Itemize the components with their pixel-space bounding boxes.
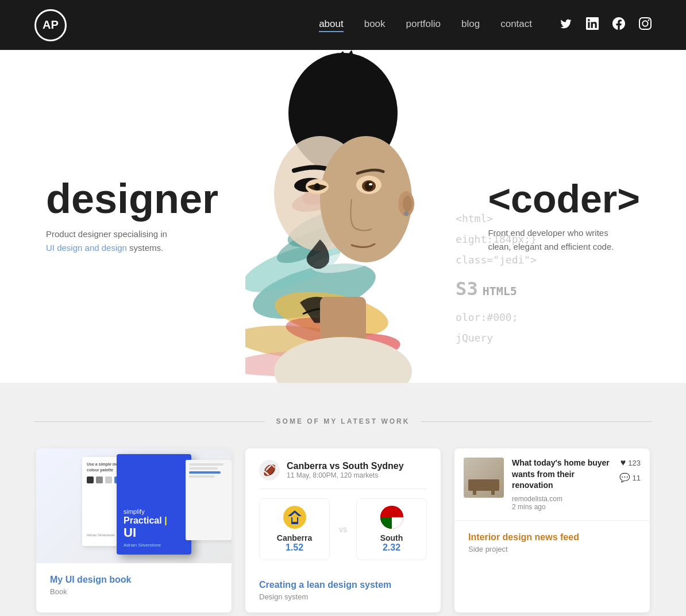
team1-score: 1.52 [271,543,318,553]
likes-count: 123 [628,459,641,467]
book-card-image: Use a simple mono colour palette Adrian … [36,448,232,563]
logo[interactable]: AP [34,9,67,41]
news-time: 2 mins ago [512,503,611,511]
facebook-icon[interactable] [612,17,625,33]
team-canberra-card[interactable]: Canberra 1.52 [259,498,330,560]
sports-card-body: Creating a lean design system Design sys… [245,572,441,613]
section-title-container: SOME OF MY LATEST WORK [34,417,652,425]
cards-row: Use a simple mono colour palette Adrian … [34,448,652,613]
hero-left: designer Product designer specialising i… [46,178,218,255]
linkedin-icon[interactable] [586,17,599,33]
news-stats: ♥ 123 💬 11 [619,458,641,483]
social-icons [560,17,652,33]
news-card-body: Interior design news feed Side project [454,521,650,565]
main-nav: about book portfolio blog contact [319,18,532,32]
hero-section: designer Product designer specialising i… [0,50,686,383]
news-thumbnail [464,458,504,498]
sports-card-subtitle: Design system [259,592,427,601]
team-south-card[interactable]: South 2.32 [356,498,427,560]
nav-portfolio[interactable]: portfolio [406,18,441,32]
designer-desc: Product designer specialising in UI desi… [46,227,172,255]
team1-name: Canberra [271,533,318,543]
match-title: Canberra vs South Sydney [287,461,404,471]
hero-center-image [245,50,441,383]
section-title: SOME OF MY LATEST WORK [276,417,410,425]
designer-title: designer [46,178,218,219]
comment-icon: 💬 [619,472,630,483]
svg-point-21 [365,181,373,191]
nav-book[interactable]: book [364,18,386,32]
vs-divider: vs [339,525,347,534]
news-title: What today's home buyer wants from their… [512,458,611,491]
news-source: remodelista.com [512,495,611,503]
news-card-subtitle: Side project [468,545,636,553]
nav-blog[interactable]: blog [461,18,480,32]
book-card-subtitle: Book [50,587,218,596]
sports-card-title: Creating a lean design system [259,580,427,590]
work-section: SOME OF MY LATEST WORK Use a simple mono… [0,383,686,616]
svg-point-22 [369,183,372,185]
match-info: 11 May, 8:00PM, 120 markets [287,471,404,479]
book-card-body: My UI design book Book [36,563,232,607]
card-sports[interactable]: 🏈 Canberra vs South Sydney 11 May, 8:00P… [245,448,441,613]
team2-name: South [368,533,415,543]
heart-icon: ♥ [621,458,626,468]
hero-right: <coder> Front end developer who writes c… [488,179,640,254]
team2-score: 2.32 [368,543,415,553]
news-card-title: Interior design news feed [468,532,636,543]
instagram-icon[interactable] [639,17,652,33]
sports-teams: Canberra 1.52 vs [259,498,427,560]
sports-card-content: 🏈 Canberra vs South Sydney 11 May, 8:00P… [245,448,441,572]
sports-header: 🏈 Canberra vs South Sydney 11 May, 8:00P… [259,460,427,489]
nav-contact[interactable]: contact [500,18,532,32]
comments-count: 11 [633,474,641,482]
svg-point-29 [314,183,320,190]
news-item: What today's home buyer wants from their… [454,448,650,521]
twitter-icon[interactable] [560,17,572,33]
svg-point-25 [404,211,408,216]
coder-desc: Front end developer who writes clean, el… [488,226,626,254]
nav-about[interactable]: about [319,18,344,32]
coder-title: <coder> [488,179,640,218]
sports-icon: 🏈 [259,460,280,481]
svg-point-24 [403,196,412,212]
svg-point-18 [320,136,412,262]
news-comments: 💬 11 [619,472,641,483]
news-content: What today's home buyer wants from their… [512,458,611,511]
book-card-title: My UI design book [50,575,218,585]
card-book[interactable]: Use a simple mono colour palette Adrian … [36,448,232,613]
news-card-content: What today's home buyer wants from their… [454,448,650,521]
header: AP about book portfolio blog contact [0,0,686,50]
card-news[interactable]: What today's home buyer wants from their… [454,448,650,613]
news-likes: ♥ 123 [621,458,641,468]
